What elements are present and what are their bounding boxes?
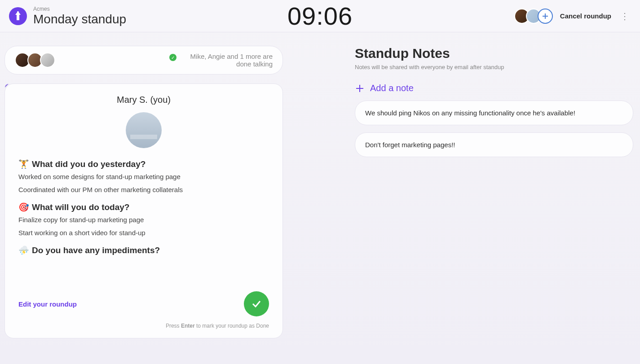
- header-right: Cancel roundup ⋮: [514, 9, 631, 24]
- roundup-card: Mary S. (you) 🏋️ What did you do yesterd…: [4, 83, 283, 338]
- question-impediments: ⛈️ Do you have any impediments?: [18, 245, 269, 255]
- edit-roundup-link[interactable]: Edit your roundup: [18, 300, 77, 308]
- plus-icon: [355, 83, 365, 93]
- org-name: Acmes: [33, 6, 126, 12]
- add-participant-button[interactable]: [538, 9, 553, 24]
- done-status-text: Mike, Angie and 1 more are done talking: [181, 53, 273, 68]
- note-item[interactable]: Don't forget marketing pages!!: [355, 132, 633, 157]
- title-block: Acmes Monday standup: [33, 6, 126, 26]
- content: ✓ Mike, Angie and 1 more are done talkin…: [0, 32, 640, 352]
- app-logo-icon: [9, 7, 27, 25]
- question-text: Do you have any impediments?: [32, 246, 160, 255]
- note-item[interactable]: We should ping Nikos on any missing func…: [355, 101, 633, 125]
- answer-text: Finalize copy for stand-up marketing pag…: [18, 215, 269, 225]
- participant-avatars: [514, 9, 553, 24]
- done-status: ✓ Mike, Angie and 1 more are done talkin…: [169, 53, 273, 68]
- page-title: Monday standup: [33, 12, 126, 26]
- answer-text: Worked on some designs for stand-up mark…: [18, 172, 269, 182]
- mark-done-button[interactable]: [244, 291, 269, 316]
- card-footer: Edit your roundup: [18, 291, 269, 316]
- speaker-name: Mary S. (you): [18, 95, 269, 105]
- check-icon: ✓: [169, 54, 177, 61]
- question-yesterday: 🏋️ What did you do yesterday?: [18, 159, 269, 169]
- more-menu-icon[interactable]: ⋮: [618, 11, 631, 22]
- emoji-icon: 🎯: [18, 202, 29, 212]
- notes-title: Standup Notes: [355, 46, 633, 61]
- svg-point-0: [17, 11, 19, 13]
- question-today: 🎯 What will you do today?: [18, 202, 269, 212]
- right-column: Standup Notes Notes will be shared with …: [355, 46, 633, 338]
- left-column: ✓ Mike, Angie and 1 more are done talkin…: [4, 46, 283, 338]
- emoji-icon: ⛈️: [18, 245, 29, 255]
- header-left: Acmes Monday standup: [9, 6, 126, 26]
- check-icon: [251, 298, 262, 310]
- timer: 09:06: [287, 1, 353, 31]
- notes-subtitle: Notes will be shared with everyone by em…: [355, 64, 633, 70]
- active-indicator-icon: [5, 84, 9, 88]
- header: Acmes Monday standup 09:06 Cancel roundu…: [0, 0, 640, 32]
- question-text: What will you do today?: [32, 202, 129, 212]
- add-note-label: Add a note: [370, 83, 414, 93]
- emoji-icon: 🏋️: [18, 159, 29, 169]
- answer-text: Start working on a short video for stand…: [18, 228, 269, 238]
- add-note-button[interactable]: Add a note: [355, 83, 633, 93]
- question-text: What did you do yesterday?: [32, 159, 146, 169]
- avatar[interactable]: [40, 53, 55, 68]
- answer-text: Coordinated with our PM on other marketi…: [18, 185, 269, 195]
- done-avatars: [15, 53, 55, 68]
- cancel-roundup-button[interactable]: Cancel roundup: [560, 12, 611, 20]
- done-talking-banner: ✓ Mike, Angie and 1 more are done talkin…: [4, 46, 283, 75]
- speaker-avatar: [126, 112, 162, 148]
- keyboard-hint: Press Enter to mark your roundup as Done: [18, 323, 269, 329]
